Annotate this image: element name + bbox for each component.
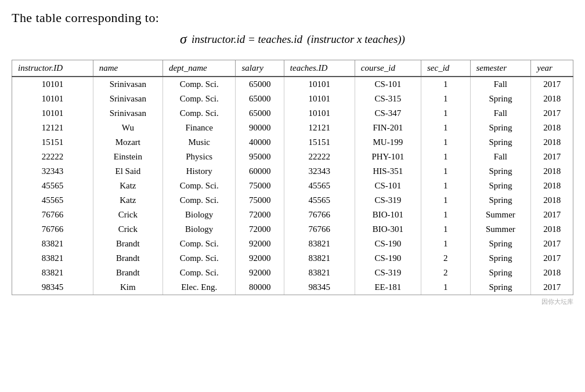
column-header: teaches.ID: [284, 60, 355, 77]
table-cell: Fall: [470, 106, 531, 121]
table-cell: 15151: [12, 135, 93, 150]
table-cell: 22222: [284, 150, 355, 164]
table-cell: 22222: [12, 150, 93, 164]
table-cell: 65000: [236, 77, 284, 92]
table-cell: 45565: [284, 179, 355, 193]
table-cell: Brandt: [93, 237, 162, 251]
table-cell: 1: [421, 193, 470, 208]
table-cell: 1: [421, 208, 470, 222]
table-cell: Physics: [162, 150, 236, 164]
table-cell: 2018: [531, 179, 573, 193]
table-cell: 45565: [284, 193, 355, 208]
table-cell: 2017: [531, 77, 573, 92]
table-cell: 2: [421, 251, 470, 266]
table-cell: Katz: [93, 193, 162, 208]
table-row: 76766CrickBiology7200076766BIO-1011Summe…: [12, 208, 573, 222]
formula-line: σ instructor.id = teaches.id (instructor…: [12, 31, 573, 47]
table-cell: Mozart: [93, 135, 162, 150]
table-cell: 65000: [236, 106, 284, 121]
table-cell: 65000: [236, 92, 284, 106]
table-row: 83821BrandtComp. Sci.9200083821CS-1902Sp…: [12, 251, 573, 266]
table-cell: Comp. Sci.: [162, 77, 236, 92]
table-cell: 75000: [236, 179, 284, 193]
column-header: semester: [470, 60, 531, 77]
table-cell: Comp. Sci.: [162, 106, 236, 121]
table-cell: CS-315: [355, 92, 421, 106]
table-cell: 76766: [12, 208, 93, 222]
column-header: dept_name: [162, 60, 236, 77]
table-cell: 1: [421, 77, 470, 92]
table-cell: 80000: [236, 280, 284, 295]
table-cell: 98345: [284, 280, 355, 295]
table-cell: CS-190: [355, 237, 421, 251]
table-cell: 2018: [531, 121, 573, 135]
table-header-row: instructor.IDnamedept_namesalaryteaches.…: [12, 60, 573, 77]
table-cell: BIO-101: [355, 208, 421, 222]
table-cell: FIN-201: [355, 121, 421, 135]
table-cell: El Said: [93, 164, 162, 179]
table-cell: 72000: [236, 208, 284, 222]
table-cell: CS-190: [355, 251, 421, 266]
table-cell: 83821: [12, 237, 93, 251]
table-cell: 83821: [284, 251, 355, 266]
table-cell: Spring: [470, 92, 531, 106]
table-cell: 15151: [284, 135, 355, 150]
table-cell: 92000: [236, 237, 284, 251]
table-row: 12121WuFinance9000012121FIN-2011Spring20…: [12, 121, 573, 135]
table-cell: Spring: [470, 280, 531, 295]
table-cell: 2017: [531, 251, 573, 266]
table-cell: 10101: [12, 106, 93, 121]
table-cell: History: [162, 164, 236, 179]
heading-text: The table corresponding to:: [12, 10, 573, 26]
table-cell: HIS-351: [355, 164, 421, 179]
table-row: 32343El SaidHistory6000032343HIS-3511Spr…: [12, 164, 573, 179]
table-row: 98345KimElec. Eng.8000098345EE-1811Sprin…: [12, 280, 573, 295]
table-cell: CS-347: [355, 106, 421, 121]
table-cell: CS-319: [355, 266, 421, 280]
table-cell: Comp. Sci.: [162, 92, 236, 106]
table-cell: Summer: [470, 222, 531, 237]
table-cell: Brandt: [93, 251, 162, 266]
column-header: name: [93, 60, 162, 77]
table-cell: 2018: [531, 193, 573, 208]
table-cell: 2017: [531, 150, 573, 164]
table-cell: 1: [421, 150, 470, 164]
table-cell: 12121: [284, 121, 355, 135]
table-cell: Finance: [162, 121, 236, 135]
table-cell: 2017: [531, 106, 573, 121]
result-table: instructor.IDnamedept_namesalaryteaches.…: [12, 60, 573, 295]
table-row: 15151MozartMusic4000015151MU-1991Spring2…: [12, 135, 573, 150]
watermark: 因你大坛库: [12, 297, 573, 306]
table-cell: 10101: [12, 77, 93, 92]
table-cell: Biology: [162, 222, 236, 237]
table-cell: 32343: [284, 164, 355, 179]
table-cell: Spring: [470, 179, 531, 193]
table-row: 45565KatzComp. Sci.7500045565CS-3191Spri…: [12, 193, 573, 208]
table-cell: 76766: [284, 208, 355, 222]
table-cell: 1: [421, 164, 470, 179]
table-cell: 83821: [12, 251, 93, 266]
table-cell: 72000: [236, 222, 284, 237]
table-cell: 2017: [531, 237, 573, 251]
table-row: 45565KatzComp. Sci.7500045565CS-1011Spri…: [12, 179, 573, 193]
table-cell: Comp. Sci.: [162, 266, 236, 280]
table-cell: Comp. Sci.: [162, 237, 236, 251]
table-cell: CS-101: [355, 179, 421, 193]
table-cell: Spring: [470, 193, 531, 208]
column-header: instructor.ID: [12, 60, 93, 77]
table-cell: 40000: [236, 135, 284, 150]
table-cell: 2018: [531, 222, 573, 237]
table-cell: Biology: [162, 208, 236, 222]
table-body: 10101SrinivasanComp. Sci.6500010101CS-10…: [12, 77, 573, 295]
table-cell: CS-319: [355, 193, 421, 208]
table-cell: 90000: [236, 121, 284, 135]
table-cell: Spring: [470, 121, 531, 135]
table-cell: 45565: [12, 193, 93, 208]
table-cell: 2018: [531, 92, 573, 106]
table-cell: 2017: [531, 280, 573, 295]
table-cell: Comp. Sci.: [162, 251, 236, 266]
table-cell: 1: [421, 135, 470, 150]
table-cell: 92000: [236, 266, 284, 280]
table-cell: Fall: [470, 77, 531, 92]
column-header: sec_id: [421, 60, 470, 77]
